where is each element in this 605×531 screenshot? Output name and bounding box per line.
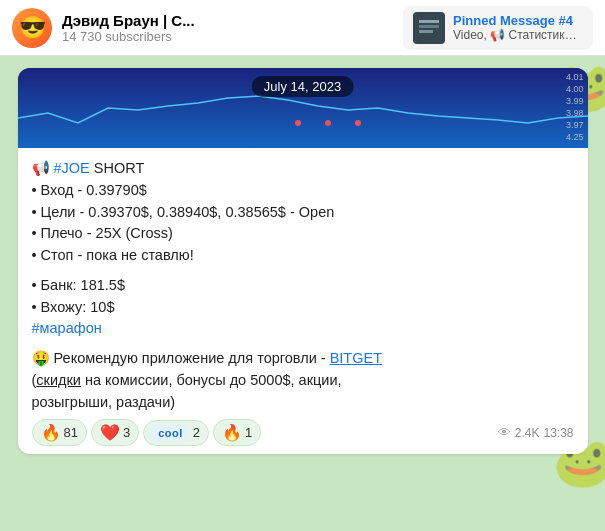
channel-header: 😎 Дэвид Браун | С... 14 730 subscribers …	[0, 0, 605, 56]
line-title: 📢 #JOE SHORT	[32, 158, 574, 180]
reactions-bar: 🔥 81 ❤️ 3 cool 2 🔥 1 👁 2.	[32, 419, 574, 446]
rec-details-1: (скидки на комиссии, бонусы до 5000$, ак…	[32, 370, 574, 392]
pinned-message-preview[interactable]: Pinned Message #4 Video, 📢 Статистика на…	[403, 6, 593, 50]
svg-point-6	[355, 120, 361, 126]
channel-info: Дэвид Браун | С... 14 730 subscribers	[62, 12, 403, 44]
rec-details-2: розыгрыши, раздачи)	[32, 392, 574, 414]
discount-link[interactable]: скидки	[36, 372, 81, 388]
view-count: 2.4K	[515, 426, 540, 440]
heart-emoji: ❤️	[100, 423, 120, 442]
special-count: 1	[245, 425, 252, 440]
rec-line: 🤑 Рекомендую приложение для торговли - B…	[32, 348, 574, 370]
special-emoji: 🔥	[222, 423, 242, 442]
svg-rect-1	[419, 25, 439, 28]
message-bubble: 📢 #JOE SHORT • Вход - 0.39790$ • Цели - …	[18, 148, 588, 454]
pinned-title: Pinned Message #4	[453, 13, 583, 28]
chart-image: July 14, 2023 4.01 4.00 3.99 3.98 3.97 4…	[18, 68, 588, 148]
pinned-subtitle: Video, 📢 Статистика нашего ...	[453, 28, 583, 42]
fire-count: 81	[64, 425, 78, 440]
line-stop: • Стоп - пока не ставлю!	[32, 245, 574, 267]
svg-rect-2	[419, 30, 433, 33]
hashtag-joe[interactable]: #JOE	[54, 160, 90, 176]
timestamp: 13:38	[543, 426, 573, 440]
reaction-heart[interactable]: ❤️ 3	[91, 419, 139, 446]
subscriber-count: 14 730 subscribers	[62, 29, 403, 44]
svg-point-4	[295, 120, 301, 126]
message-body: 📢 #JOE SHORT • Вход - 0.39790$ • Цели - …	[32, 158, 574, 413]
reaction-special[interactable]: 🔥 1	[213, 419, 261, 446]
line-bank: • Банк: 181.5$	[32, 275, 574, 297]
cool-count: 2	[193, 425, 200, 440]
message-card: July 14, 2023 4.01 4.00 3.99 3.98 3.97 4…	[18, 68, 588, 454]
channel-name: Дэвид Браун | С...	[62, 12, 403, 29]
message-meta: 👁 2.4K 13:38	[498, 425, 574, 440]
line-targets: • Цели - 0.39370$, 0.38940$, 0.38565$ - …	[32, 202, 574, 224]
svg-point-5	[325, 120, 331, 126]
cool-label: cool	[152, 424, 189, 442]
hashtag-marathon[interactable]: #марафон	[32, 320, 102, 336]
reaction-fire[interactable]: 🔥 81	[32, 419, 87, 446]
heart-count: 3	[123, 425, 130, 440]
fire-emoji: 🔥	[41, 423, 61, 442]
channel-avatar: 😎	[12, 8, 52, 48]
svg-rect-0	[419, 20, 439, 23]
pinned-info: Pinned Message #4 Video, 📢 Статистика на…	[453, 13, 583, 42]
eye-icon: 👁	[498, 425, 511, 440]
chat-area: July 14, 2023 4.01 4.00 3.99 3.98 3.97 4…	[0, 56, 605, 462]
pinned-thumbnail	[413, 12, 445, 44]
line-entry-amount: • Вхожу: 10$	[32, 297, 574, 319]
line-entry: • Вход - 0.39790$	[32, 180, 574, 202]
price-axis: 4.01 4.00 3.99 3.98 3.97 4.25	[566, 72, 584, 142]
line-leverage: • Плечо - 25X (Cross)	[32, 223, 574, 245]
reaction-cool[interactable]: cool 2	[143, 420, 209, 446]
bitget-link[interactable]: BITGET	[330, 350, 382, 366]
chart-date-badge: July 14, 2023	[252, 76, 353, 97]
